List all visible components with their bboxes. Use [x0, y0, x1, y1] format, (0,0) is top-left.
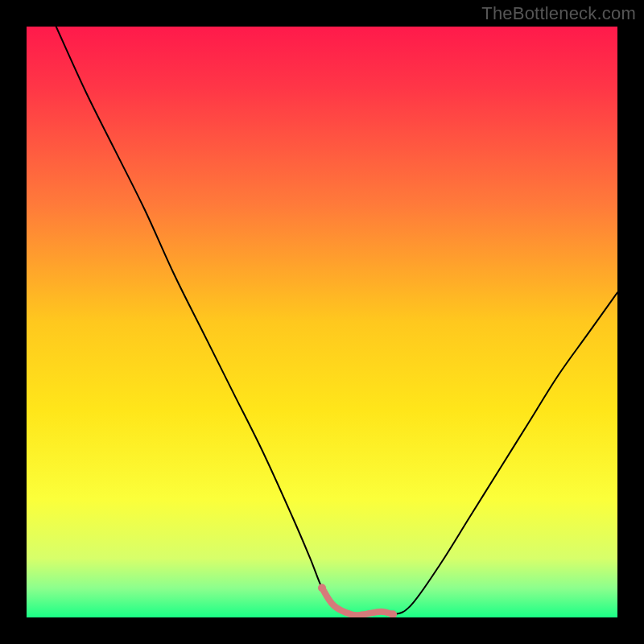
- chart-canvas: TheBottleneck.com: [0, 0, 644, 644]
- watermark-text: TheBottleneck.com: [481, 3, 636, 24]
- chart-background: [27, 27, 617, 617]
- plot-area: [27, 27, 617, 617]
- highlight-dot: [318, 584, 326, 592]
- chart-svg: [27, 27, 617, 617]
